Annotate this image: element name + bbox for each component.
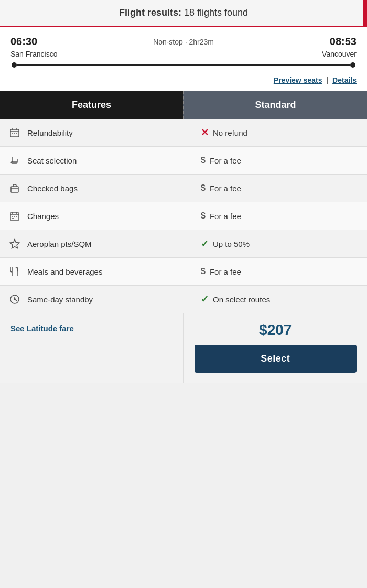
value-text: Up to 50% (213, 239, 250, 248)
refundability-icon (8, 126, 21, 139)
origin-dot (12, 62, 17, 68)
feature-label: Meals and beverages (27, 267, 102, 276)
value-cell: $ For a fee (192, 183, 359, 193)
value-text: For a fee (210, 156, 241, 165)
meals-icon (8, 265, 21, 278)
dollar-icon: $ (201, 267, 206, 276)
aeroplan-icon (8, 237, 21, 250)
changes-icon (8, 210, 21, 222)
standby-icon (8, 293, 21, 306)
table-row: Checked bags $ For a fee (0, 175, 367, 202)
bags-icon (8, 182, 21, 194)
page-header: Flight results: 18 flights found (0, 0, 367, 27)
feature-cell: Same-day standby (8, 293, 175, 306)
no-refund-icon: ✕ (201, 127, 209, 138)
destination-city: Vancouver (322, 50, 357, 58)
table-row: Seat selection $ For a fee (0, 147, 367, 175)
arrive-time: 08:53 (330, 36, 357, 48)
features-table: Features Standard Refundability ✕ No ref… (0, 91, 367, 383)
svg-rect-7 (11, 187, 18, 192)
feature-label: Checked bags (27, 184, 78, 193)
red-accent-bar (363, 0, 367, 26)
feature-cell: Seat selection (8, 154, 175, 167)
table-row: Refundability ✕ No refund (0, 119, 367, 147)
link-separator: | (326, 76, 328, 84)
flight-card: 06:30 Non-stop · 2hr23m 08:53 San Franci… (0, 27, 367, 91)
details-link[interactable]: Details (332, 76, 357, 84)
route-line (17, 64, 350, 66)
flight-cities-row: San Francisco Vancouver (10, 50, 357, 58)
table-row: Same-day standby ✓ On select routes (0, 286, 367, 313)
check-icon: ✓ (201, 238, 209, 249)
feature-label: Aeroplan pts/SQM (27, 239, 92, 248)
value-text: No refund (213, 128, 247, 137)
value-text: For a fee (210, 267, 241, 276)
flight-route-line (10, 62, 357, 68)
feature-label: Same-day standby (27, 295, 93, 304)
feature-cell: Aeroplan pts/SQM (8, 237, 175, 250)
value-cell: ✕ No refund (192, 127, 359, 138)
value-cell: $ For a fee (192, 156, 359, 165)
flight-links-row: Preview seats | Details (10, 72, 357, 91)
check-icon: ✓ (201, 293, 209, 305)
value-cell: ✓ On select routes (192, 293, 359, 305)
value-text: For a fee (210, 184, 241, 193)
dollar-icon: $ (201, 183, 206, 193)
feature-cell: Refundability (8, 126, 175, 139)
seat-icon (8, 154, 21, 167)
origin-city: San Francisco (10, 50, 57, 58)
col-header-features: Features (0, 91, 183, 119)
nonstop-label: Non-stop · 2hr23m (153, 38, 214, 46)
dollar-icon: $ (201, 156, 206, 165)
see-latitude-cell: See Latitude fare (0, 313, 183, 384)
svg-marker-17 (10, 239, 19, 248)
cta-standard-cell: $207 Select (183, 313, 367, 384)
feature-cell: Checked bags (8, 182, 175, 194)
flight-times-row: 06:30 Non-stop · 2hr23m 08:53 (10, 36, 357, 48)
svg-rect-0 (10, 129, 19, 137)
value-cell: $ For a fee (192, 267, 359, 276)
select-button[interactable]: Select (195, 345, 357, 373)
page-title: Flight results: 18 flights found (119, 7, 248, 18)
feature-label: Refundability (27, 128, 73, 137)
svg-point-21 (14, 298, 16, 300)
table-header-row: Features Standard (0, 91, 367, 119)
preview-seats-link[interactable]: Preview seats (274, 76, 322, 84)
table-row: Meals and beverages $ For a fee (0, 258, 367, 286)
destination-dot (350, 62, 355, 68)
value-text: For a fee (210, 212, 241, 221)
feature-cell: Changes (8, 210, 175, 222)
svg-rect-9 (10, 213, 19, 220)
col-header-standard: Standard (183, 91, 367, 119)
feature-cell: Meals and beverages (8, 265, 175, 278)
table-row: Changes $ For a fee (0, 202, 367, 230)
value-text: On select routes (213, 295, 270, 304)
price-display: $207 (195, 322, 357, 339)
depart-time: 06:30 (10, 36, 37, 48)
cta-row: See Latitude fare $207 Select (0, 313, 367, 384)
feature-label: Seat selection (27, 156, 77, 165)
table-row: Aeroplan pts/SQM ✓ Up to 50% (0, 230, 367, 258)
feature-label: Changes (27, 212, 59, 221)
value-cell: $ For a fee (192, 211, 359, 221)
value-cell: ✓ Up to 50% (192, 238, 359, 249)
dollar-icon: $ (201, 211, 206, 221)
see-latitude-link[interactable]: See Latitude fare (10, 324, 74, 333)
